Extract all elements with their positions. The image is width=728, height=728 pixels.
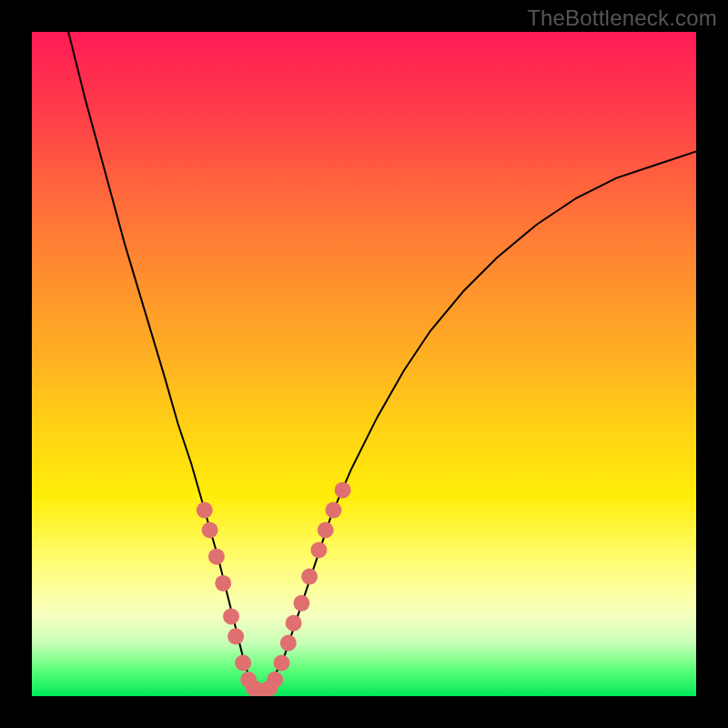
curve-marker xyxy=(310,541,327,558)
chart-frame: TheBottleneck.com xyxy=(0,0,728,728)
attribution-label: TheBottleneck.com xyxy=(527,5,717,31)
marker-group xyxy=(197,482,351,696)
plot-area xyxy=(32,32,696,696)
curve-marker xyxy=(228,628,244,644)
curve-marker xyxy=(325,502,341,519)
curve-marker xyxy=(301,569,318,585)
curve-marker xyxy=(197,502,213,519)
curve-marker xyxy=(235,655,251,672)
curve-marker xyxy=(223,608,239,624)
chart-svg xyxy=(32,32,696,696)
curve-marker xyxy=(208,549,225,565)
curve-marker xyxy=(286,615,302,632)
curve-marker xyxy=(202,522,218,539)
curve-marker xyxy=(267,672,283,688)
curve-marker xyxy=(215,575,231,592)
curve-marker xyxy=(335,482,351,499)
curve-marker xyxy=(274,655,290,672)
curve-marker xyxy=(293,595,309,612)
bottleneck-curve xyxy=(66,32,697,690)
curve-marker xyxy=(318,522,334,539)
curve-marker xyxy=(280,635,297,652)
